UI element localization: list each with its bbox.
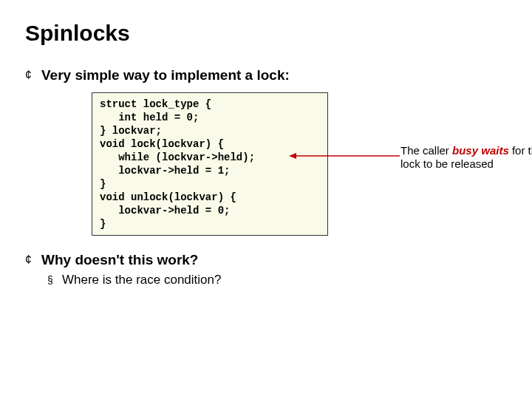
- bullet-item-2: ¢ Why doesn't this work?: [25, 252, 507, 268]
- bullet-text: Very simple way to implement a lock:: [41, 67, 290, 83]
- annotation-text: The caller busy waits for the lock to be…: [400, 144, 532, 171]
- code-text: struct lock_type { int held = 0; } lockv…: [100, 98, 320, 231]
- annotation-emphasis: busy waits: [452, 144, 509, 157]
- sub-bullet-glyph: §: [47, 273, 62, 287]
- bullet-text: Why doesn't this work?: [41, 252, 198, 268]
- annotation-pre: The caller: [400, 144, 452, 157]
- sub-bullet-item-1: § Where is the race condition?: [47, 273, 507, 287]
- sub-bullet-text: Where is the race condition?: [62, 273, 221, 287]
- slide: Spinlocks ¢ Very simple way to implement…: [0, 0, 532, 399]
- code-box: struct lock_type { int held = 0; } lockv…: [92, 92, 328, 236]
- bullet-glyph: ¢: [25, 252, 41, 268]
- bullet-item-1: ¢ Very simple way to implement a lock:: [25, 67, 507, 83]
- bullet-glyph: ¢: [25, 67, 41, 83]
- slide-title: Spinlocks: [25, 21, 507, 45]
- code-block-wrap: struct lock_type { int held = 0; } lockv…: [92, 92, 507, 236]
